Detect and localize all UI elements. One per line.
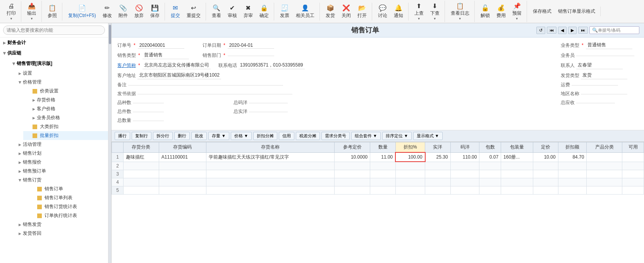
col-header-category[interactable]: 存货分类	[124, 142, 159, 153]
row-1-code[interactable]: A111100001	[159, 152, 206, 162]
row-2-available[interactable]	[622, 162, 644, 170]
prereserve-button[interactable]: 📌 预留 ▼	[510, 1, 524, 22]
table-credit-button[interactable]: 信用	[279, 132, 294, 140]
last-nav-button[interactable]: ⏭	[578, 27, 588, 34]
search-input[interactable]	[3, 26, 105, 35]
sidebar-item-batch-discount[interactable]: 批量折扣	[23, 131, 108, 140]
col-header-pack-size[interactable]: 包装量	[501, 142, 533, 153]
row-4-pack-size[interactable]	[501, 178, 533, 186]
row-2-category[interactable]	[124, 162, 159, 170]
row-4-packs[interactable]	[479, 178, 501, 186]
sales-dept-label[interactable]: 销售部门	[203, 52, 221, 59]
col-header-name[interactable]: 存货名称	[206, 142, 335, 153]
row-4-list-price[interactable]	[533, 178, 558, 186]
prev-nav-button[interactable]: ◀	[558, 27, 567, 34]
row-2-pack-size[interactable]	[501, 162, 533, 170]
row-5-list-price[interactable]	[533, 186, 558, 194]
row-5-code-price[interactable]	[450, 186, 479, 194]
row-1-list-price[interactable]: 10.00	[533, 152, 558, 162]
col-header-actual[interactable]: 实洋	[425, 142, 451, 153]
modify-button[interactable]: ✏ 修改	[100, 3, 115, 20]
row-2-discount-amt[interactable]	[558, 162, 587, 170]
row-4-available[interactable]	[622, 178, 644, 186]
row-1-quantity[interactable]: 11.00	[370, 152, 396, 162]
copy-button[interactable]: 📄 复制(Ctrl+F5)	[65, 3, 99, 20]
row-3-pack-size[interactable]	[501, 170, 533, 178]
close-button[interactable]: ❌ 关闭	[339, 3, 354, 20]
col-header-discount[interactable]: 折扣%	[395, 142, 425, 153]
row-1-code-price[interactable]: 110.00	[450, 152, 479, 162]
row-1-category[interactable]: 趣味描红	[124, 152, 159, 162]
table-insert-row-button[interactable]: 播行	[115, 132, 130, 140]
row-2-name[interactable]	[206, 162, 335, 170]
sidebar-item-customer-price[interactable]: ▶ 客户价格	[23, 104, 108, 113]
row-2-ref-price[interactable]	[335, 162, 370, 170]
sidebar-item-bulk-discount[interactable]: 大类折扣	[23, 122, 108, 131]
row-3-name[interactable]	[206, 170, 335, 178]
table-copy-row-button[interactable]: 复制行	[132, 132, 151, 140]
sidebar-item-sales-quote[interactable]: ▶ 销售报价	[9, 158, 108, 167]
row-5-product-cat[interactable]	[587, 186, 622, 194]
next-nav-button[interactable]: ▶	[568, 27, 577, 34]
row-2-code-price[interactable]	[450, 162, 479, 170]
row-5-quantity[interactable]	[370, 186, 396, 194]
row-3-discount[interactable]	[395, 170, 425, 178]
table-tax-split-button[interactable]: 税差分摊	[296, 132, 320, 140]
col-header-code[interactable]: 存货编码	[159, 142, 206, 153]
sidebar-item-price-mgmt[interactable]: ▶ 价格管理	[9, 78, 108, 87]
row-3-quantity[interactable]	[370, 170, 396, 178]
sidebar-item-sales-delivery[interactable]: ▶ 销售发货	[9, 220, 108, 229]
row-4-discount-amt[interactable]	[558, 178, 587, 186]
sidebar-item-stock-price[interactable]: ▶ 存货价格	[23, 96, 108, 104]
review-button[interactable]: 🔍 查看	[209, 3, 224, 20]
print-button[interactable]: 🖨 打印 ▼	[4, 1, 19, 22]
row-3-category[interactable]	[124, 170, 159, 178]
row-4-code-price[interactable]	[450, 178, 479, 186]
row-2-product-cat[interactable]	[587, 162, 622, 170]
notify-button[interactable]: 🔔 通知	[391, 3, 406, 20]
sidebar-scrollbar[interactable]	[108, 23, 112, 263]
abandon-button[interactable]: 🚫 放弃	[132, 3, 146, 20]
row-2-discount[interactable]	[395, 162, 425, 170]
sales-dept-value[interactable]	[228, 55, 274, 56]
row-5-discount[interactable]	[395, 186, 425, 194]
row-3-available[interactable]	[622, 170, 644, 178]
related-button[interactable]: 👤 相关员工	[293, 3, 317, 20]
sidebar-item-finance[interactable]: ▶ 财务会计	[0, 38, 108, 48]
row-4-code[interactable]	[159, 178, 206, 186]
row-1-product-cat[interactable]	[587, 152, 622, 162]
sidebar-item-sales-order-stats[interactable]: 销售订货统计表	[28, 202, 108, 211]
row-5-available[interactable]	[622, 186, 644, 194]
row-1-ref-price[interactable]: 10.0000	[335, 152, 370, 162]
row-5-packs[interactable]	[479, 186, 501, 194]
table-delete-row-button[interactable]: 删行	[174, 132, 190, 140]
col-header-product-cat[interactable]: 产品分类	[587, 142, 622, 153]
confirm-button[interactable]: 🔒 确定	[257, 3, 271, 20]
row-2-actual[interactable]	[425, 162, 451, 170]
row-1-actual[interactable]: 25.30	[425, 152, 451, 162]
row-3-list-price[interactable]	[533, 170, 558, 178]
row-4-actual[interactable]	[425, 178, 451, 186]
sidebar-item-sales-order-list[interactable]: 销售订单列表	[28, 193, 108, 202]
col-header-discount-amt[interactable]: 折扣额	[558, 142, 587, 153]
discuss-button[interactable]: 💬 讨论	[375, 3, 390, 20]
approve-button[interactable]: ✔ 审核	[225, 3, 240, 20]
save-button[interactable]: 💾 保存	[148, 3, 162, 20]
table-sort-button[interactable]: 排序定位 ▼	[382, 132, 412, 140]
row-4-quantity[interactable]	[370, 178, 396, 186]
sidebar-item-delivery-return[interactable]: ▶ 发货答回	[9, 229, 108, 238]
row-1-pack-size[interactable]: 160册...	[501, 152, 533, 162]
sidebar-item-price-settings[interactable]: 价类设置	[23, 87, 108, 96]
unlock-button[interactable]: 🔓 解锁	[478, 3, 493, 20]
row-4-ref-price[interactable]	[335, 178, 370, 186]
sidebar-item-sales-mgmt[interactable]: ▶ 销售管理[演示版]	[5, 58, 108, 69]
sidebar-item-sales-preorder[interactable]: ▶ 销售预订单	[9, 167, 108, 176]
fee-button[interactable]: 💰 费用	[494, 3, 508, 20]
row-5-name[interactable]	[206, 186, 335, 194]
row-5-ref-price[interactable]	[335, 186, 370, 194]
table-stock-button[interactable]: 存量 ▼	[208, 132, 229, 140]
row-1-name[interactable]: 学前趣味描红天天练汉字描红/常见汉字	[206, 152, 335, 162]
row-2-packs[interactable]	[479, 162, 501, 170]
next-button[interactable]: ⬇ 下查 ▼	[428, 1, 442, 22]
sidebar-scroll-thumb[interactable]	[109, 25, 111, 44]
